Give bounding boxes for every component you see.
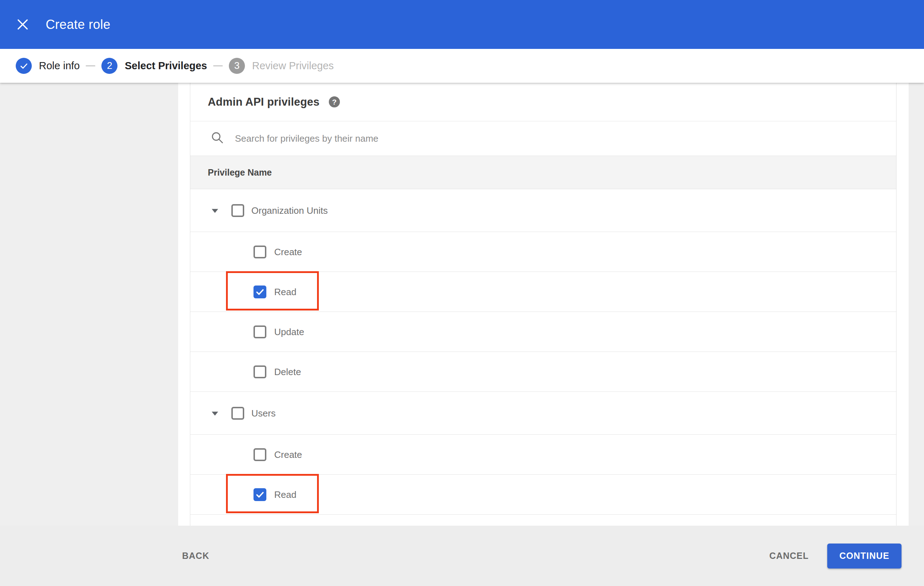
step-label: Select Privileges bbox=[125, 60, 207, 72]
step-number-badge: 2 bbox=[101, 58, 117, 74]
privilege-label: Read bbox=[274, 489, 296, 500]
checkbox-organization-units-create[interactable] bbox=[254, 245, 266, 258]
step-role-info[interactable]: Role info bbox=[16, 58, 79, 74]
step-complete-check-icon bbox=[16, 58, 32, 74]
privilege-label: Delete bbox=[274, 366, 301, 377]
help-icon[interactable]: ? bbox=[329, 96, 340, 107]
partial-row bbox=[190, 515, 896, 526]
checkbox-users[interactable] bbox=[231, 407, 244, 420]
privilege-row-organization-units-create: Create bbox=[190, 232, 896, 272]
left-gutter bbox=[178, 83, 190, 526]
privilege-row-organization-units-read: Read bbox=[190, 272, 896, 312]
right-gutter bbox=[896, 83, 909, 526]
right-edge-strip bbox=[909, 83, 924, 526]
red-highlight-box bbox=[226, 271, 319, 311]
table-header-label: Privilege Name bbox=[208, 167, 272, 178]
checkbox-users-create[interactable] bbox=[254, 448, 266, 461]
back-button[interactable]: BACK bbox=[177, 546, 214, 566]
privilege-label: Update bbox=[274, 326, 304, 337]
step-connector bbox=[86, 65, 95, 66]
dialog-footer: BACK CANCEL CONTINUE bbox=[0, 526, 924, 586]
privilege-row-users: Users bbox=[190, 392, 896, 435]
table-header-row: Privilege Name bbox=[190, 156, 896, 189]
panel-heading-row: Admin API privileges ? bbox=[190, 83, 896, 121]
search-icon bbox=[211, 131, 224, 146]
privilege-rows: Organization UnitsCreateReadUpdateDelete… bbox=[190, 189, 896, 515]
privilege-row-organization-units-delete: Delete bbox=[190, 352, 896, 392]
privilege-row-organization-units-update: Update bbox=[190, 312, 896, 352]
search-input[interactable] bbox=[235, 133, 735, 144]
search-row bbox=[190, 121, 896, 156]
privilege-label: Organization Units bbox=[251, 205, 328, 216]
dialog-body: Admin API privileges ? Privilege Name Or… bbox=[0, 83, 924, 526]
step-label: Review Privileges bbox=[252, 60, 334, 72]
step-connector bbox=[213, 65, 223, 66]
dialog-title: Create role bbox=[46, 17, 111, 32]
privileges-panel: Admin API privileges ? Privilege Name Or… bbox=[190, 83, 896, 526]
checkbox-organization-units[interactable] bbox=[231, 204, 244, 217]
privilege-label: Create bbox=[274, 449, 302, 460]
privilege-row-organization-units: Organization Units bbox=[190, 189, 896, 232]
close-icon bbox=[17, 19, 28, 30]
step-number-badge: 3 bbox=[229, 58, 245, 74]
dialog-header: Create role bbox=[0, 0, 924, 49]
privilege-label: Create bbox=[274, 246, 302, 257]
step-label: Role info bbox=[39, 60, 79, 72]
left-sidebar bbox=[0, 83, 178, 526]
privilege-label: Read bbox=[274, 286, 296, 297]
red-highlight-box bbox=[226, 474, 319, 513]
cancel-button[interactable]: CANCEL bbox=[764, 546, 813, 566]
privilege-label: Users bbox=[251, 408, 276, 419]
step-select-privileges[interactable]: 2 Select Privileges bbox=[101, 58, 207, 74]
expand-collapse-icon[interactable] bbox=[212, 412, 218, 415]
checkbox-organization-units-delete[interactable] bbox=[254, 365, 266, 378]
privilege-row-users-read: Read bbox=[190, 475, 896, 515]
expand-collapse-icon[interactable] bbox=[212, 209, 218, 213]
panel-heading: Admin API privileges bbox=[208, 95, 320, 109]
checkbox-organization-units-read[interactable] bbox=[254, 285, 266, 298]
continue-button[interactable]: CONTINUE bbox=[827, 543, 901, 568]
privilege-row-users-create: Create bbox=[190, 435, 896, 475]
checkbox-users-read[interactable] bbox=[254, 488, 266, 501]
wizard-stepper: Role info 2 Select Privileges 3 Review P… bbox=[0, 49, 924, 83]
step-review-privileges[interactable]: 3 Review Privileges bbox=[229, 58, 334, 74]
checkbox-organization-units-update[interactable] bbox=[254, 326, 266, 338]
close-button[interactable] bbox=[14, 16, 31, 33]
